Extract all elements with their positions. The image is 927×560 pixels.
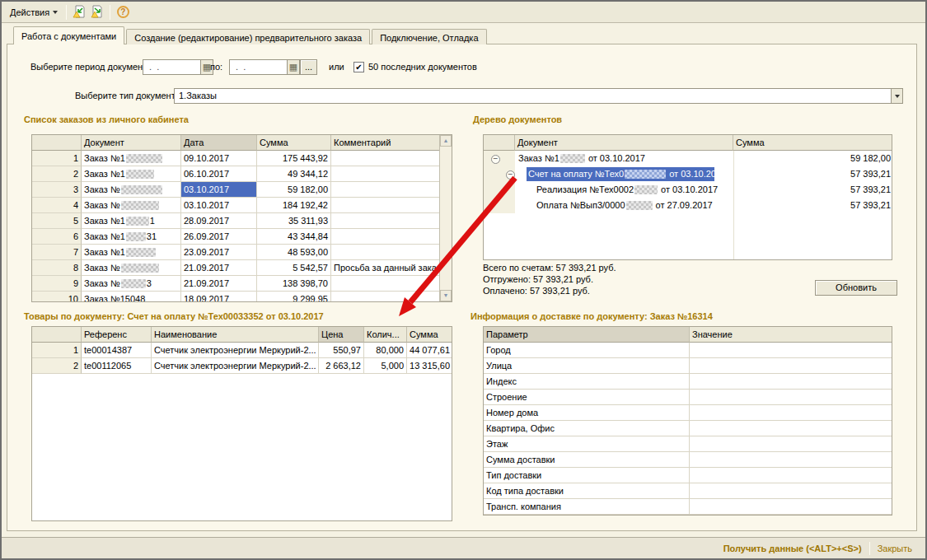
period-more-button[interactable]: ... [300,59,317,75]
last-docs-label[interactable]: 50 последних документов [368,59,477,75]
order-date-cell[interactable]: 21.09.2017 [181,260,257,276]
products-column-header[interactable]: Сумма [407,327,452,343]
order-document-cell[interactable]: Заказ №1 [82,151,181,166]
orders-table-row[interactable]: 10Заказ №1504818.09.20179 299,95 [32,292,452,302]
tree-document-cell[interactable]: Счет на оплату №Тех0 от 03.10.2017 [515,166,733,182]
delivery-param-row[interactable]: Улица [484,358,892,374]
delivery-column-header[interactable]: Параметр [484,327,690,343]
orders-table-row[interactable]: 1Заказ №109.10.2017175 443,92 [32,151,452,166]
tree-node-row[interactable]: −Счет на оплату №Тех0 от 03.10.201757 39… [484,166,892,182]
order-document-cell[interactable]: Заказ № [82,198,181,213]
doc-type-value[interactable]: 1.Заказы [175,89,891,103]
tree-node-row[interactable]: Реализация №Тех0002 от 03.10.201757 393,… [484,182,892,198]
collapse-node-icon[interactable]: − [506,170,515,180]
delivery-param-row[interactable]: Квартира, Офис [484,421,892,436]
refresh-button[interactable]: Обновить [815,280,897,296]
tree-column-header[interactable]: Документ [515,135,733,151]
document-tree-table[interactable]: ДокументСумма−Заказ №1 от 03.10.201759 1… [483,134,892,260]
order-document-cell[interactable]: Заказ №1 [82,166,181,182]
order-date-cell[interactable]: 06.10.2017 [181,166,257,182]
tree-document-cell[interactable]: Оплата №Вып3/0000 от 27.09.2017 [515,198,733,213]
tree-expander-cell[interactable]: − [484,166,515,182]
orders-scrollbar[interactable]: ▲ ▼ [439,135,452,301]
orders-table[interactable]: ДокументДатаСуммаКомментарий1Заказ №109.… [31,134,452,302]
delivery-param-row[interactable]: Строение [484,390,892,405]
date-to-value[interactable]: . . [230,60,287,74]
close-button[interactable]: Закрыть [878,544,912,553]
tree-document-cell[interactable]: Реализация №Тех0002 от 03.10.2017 [515,182,733,198]
products-table-row[interactable]: 2te00112065Счетчик электроэнергии Меркур… [32,358,452,374]
save-data-button[interactable] [88,3,106,21]
tab-2[interactable]: Создание (редактирование) предварительно… [126,29,370,44]
products-table[interactable]: РеференсНаименованиеЦенаКолич...Сумма1te… [31,326,452,521]
orders-table-row[interactable]: 6Заказ №13126.09.201743 344,84 [32,229,452,245]
products-column-header[interactable]: Колич... [364,327,407,343]
tree-column-header[interactable]: Сумма [733,135,892,151]
tree-expander-cell[interactable] [484,198,515,213]
products-column-header[interactable]: Цена [319,327,364,343]
order-date-cell[interactable]: 28.09.2017 [181,213,257,229]
delivery-param-row[interactable]: Код типа доставки [484,483,892,499]
tab-1[interactable]: Работа с документами [13,26,124,44]
order-date-cell[interactable]: 18.09.2017 [181,292,257,302]
orders-table-row[interactable]: 3Заказ №03.10.201759 182,00 [32,182,452,198]
orders-table-row[interactable]: 8Заказ №21.09.20175 542,57Просьба за дан… [32,260,452,276]
delivery-table[interactable]: ПараметрЗначениеГородУлицаИндексСтроение… [483,326,892,516]
order-date-cell[interactable]: 03.10.2017 [181,198,257,213]
date-from-field[interactable]: . . ▦ [143,59,213,75]
delivery-param-row[interactable]: Номер дома [484,405,892,421]
order-document-cell[interactable]: Заказ №131 [82,229,181,245]
order-date-cell[interactable]: 09.10.2017 [181,151,257,166]
order-document-cell[interactable]: Заказ №1 [82,245,181,260]
delivery-param-row[interactable]: Трансп. компания [484,499,892,515]
get-data-button[interactable]: Получить данные (<ALT>+<S>) [723,544,862,553]
orders-column-header[interactable]: Сумма [257,135,331,151]
delivery-param-row[interactable]: Город [484,343,892,358]
last-docs-checkbox[interactable]: ✔ [353,62,364,72]
order-date-cell[interactable]: 23.09.2017 [181,245,257,260]
tab-3[interactable]: Подключение, Отладка [372,29,486,44]
date-to-calendar-button[interactable]: ▦ [287,60,299,74]
help-button[interactable]: ? [114,3,132,21]
date-from-value[interactable]: . . [143,60,200,74]
products-table-row[interactable]: 1te00014387Счетчик электроэнергии Меркур… [32,343,452,358]
order-date-cell[interactable]: 21.09.2017 [181,276,257,292]
order-document-cell[interactable]: Заказ №15048 [82,292,181,302]
orders-table-row[interactable]: 4Заказ №03.10.2017184 192,42 [32,198,452,213]
order-document-cell[interactable]: Заказ № [82,182,181,198]
delivery-param-row[interactable]: Индекс [484,374,892,390]
tree-expander-cell[interactable]: − [484,151,515,166]
order-document-cell[interactable]: Заказ №11 [82,213,181,229]
orders-column-header[interactable]: Документ [82,135,181,151]
tree-node-row[interactable]: −Заказ №1 от 03.10.201759 182,00 [484,151,892,166]
order-document-cell[interactable]: Заказ № [82,260,181,276]
orders-column-header[interactable]: Комментарий [331,135,441,151]
delivery-param-row[interactable]: Тип доставки [484,468,892,483]
scroll-down-button[interactable]: ▼ [440,290,452,301]
delivery-param-row[interactable]: Сумма доставки [484,452,892,468]
products-column-header[interactable]: Наименование [152,327,319,343]
tree-expander-cell[interactable] [484,182,515,198]
order-date-cell[interactable]: 26.09.2017 [181,229,257,245]
delivery-param-row[interactable]: Этаж [484,436,892,452]
orders-table-row[interactable]: 5Заказ №1128.09.201735 311,93 [32,213,452,229]
collapse-node-icon[interactable]: − [491,155,500,164]
tree-document-cell[interactable]: Заказ №1 от 03.10.2017 [515,151,733,166]
orders-table-row[interactable]: 7Заказ №123.09.201748 593,00 [32,245,452,260]
date-to-field[interactable]: . . ▦ [229,59,300,75]
products-column-header[interactable]: Референс [82,327,152,343]
combo-dropdown-button[interactable] [891,89,902,103]
order-comment-cell: Просьба за данный зака. [331,260,441,276]
tree-node-row[interactable]: Оплата №Вып3/0000 от 27.09.201757 393,21 [484,198,892,213]
actions-menu-button[interactable]: Действия [5,5,63,20]
orders-table-row[interactable]: 2Заказ №106.10.201749 344,12 [32,166,452,182]
delivery-column-header[interactable]: Значение [690,327,892,343]
order-date-cell[interactable]: 03.10.2017 [181,182,257,198]
orders-table-row[interactable]: 9Заказ №321.09.2017138 398,70 [32,276,452,292]
orders-column-header[interactable]: Дата [181,135,257,151]
load-data-button[interactable] [70,3,88,21]
order-document-cell[interactable]: Заказ №3 [82,276,181,292]
selected-tree-node[interactable]: Счет на оплату №Тех0 от 03.10.2017 [527,167,714,181]
doc-type-combobox[interactable]: 1.Заказы [174,88,903,104]
scroll-up-button[interactable]: ▲ [440,135,452,147]
